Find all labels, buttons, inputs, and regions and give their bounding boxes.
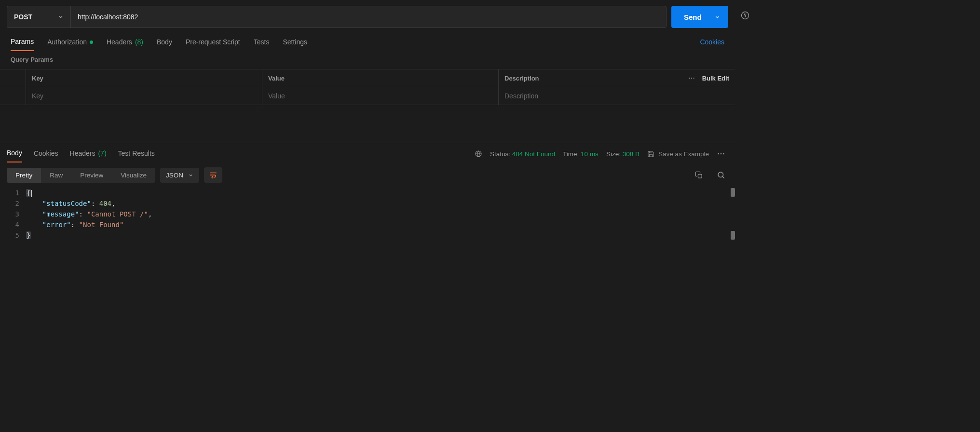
tab-test-results[interactable]: Test Results (118, 146, 155, 162)
cookies-link[interactable]: Cookies (700, 35, 724, 51)
send-button[interactable]: Send (671, 6, 728, 28)
view-pretty[interactable]: Pretty (7, 168, 41, 183)
copy-icon[interactable] (695, 171, 703, 179)
cursor (31, 190, 32, 197)
bulk-edit-link[interactable]: Bulk Edit (702, 75, 729, 82)
line-number: 3 (7, 209, 26, 219)
size-value: 308 B (623, 150, 640, 158)
line-wrap-button[interactable] (204, 167, 222, 183)
more-icon[interactable] (717, 149, 725, 158)
view-raw[interactable]: Raw (41, 168, 71, 183)
tab-response-cookies[interactable]: Cookies (34, 146, 58, 162)
tab-params[interactable]: Params (11, 35, 34, 51)
value-column-header: Value (262, 69, 499, 87)
view-mode-segment: Pretty Raw Preview Visualize (7, 168, 155, 183)
tab-response-body[interactable]: Body (7, 145, 22, 162)
svg-point-0 (689, 78, 690, 79)
globe-icon[interactable] (475, 150, 482, 158)
svg-point-2 (693, 78, 694, 79)
headers-count: (8) (135, 38, 143, 46)
response-body-toolbar: Pretty Raw Preview Visualize JSON (0, 162, 735, 188)
tab-body[interactable]: Body (157, 35, 172, 51)
table-row (0, 87, 735, 105)
save-icon (647, 150, 654, 158)
request-url-bar: POST (7, 6, 667, 28)
line-number: 2 (7, 198, 26, 209)
query-params-table: Key Value Description Bulk Edit (0, 69, 735, 105)
scrollbar-thumb[interactable] (731, 188, 735, 197)
query-params-heading: Query Params (0, 51, 735, 69)
chevron-down-icon (58, 14, 64, 20)
param-description-input[interactable] (499, 87, 735, 105)
chevron-down-icon (714, 14, 721, 20)
checkbox-column-header (0, 69, 26, 87)
right-rail (735, 0, 755, 245)
line-number: 5 (7, 230, 26, 241)
chevron-down-icon (188, 173, 193, 178)
description-column-header: Description Bulk Edit (499, 69, 735, 87)
size-block: Size: 308 B (606, 150, 640, 158)
tab-settings[interactable]: Settings (283, 35, 307, 51)
tab-response-headers[interactable]: Headers (7) (70, 146, 107, 162)
svg-line-10 (722, 176, 724, 178)
http-method-select[interactable]: POST (7, 6, 71, 27)
svg-point-9 (718, 172, 723, 177)
save-as-example[interactable]: Save as Example (647, 150, 709, 158)
scrollbar-thumb[interactable] (731, 231, 735, 240)
tab-tests[interactable]: Tests (254, 35, 270, 51)
response-headers-count: (7) (98, 149, 106, 157)
send-button-label: Send (684, 13, 702, 21)
format-select[interactable]: JSON (160, 168, 199, 183)
tab-authorization[interactable]: Authorization (47, 35, 93, 51)
response-tabs: Body Cookies Headers (7) Test Results St… (0, 143, 735, 162)
status-value: 404 Not Found (512, 150, 555, 158)
key-column-header: Key (26, 69, 262, 87)
http-method-value: POST (14, 13, 32, 21)
status-dot-icon (90, 40, 93, 44)
svg-point-1 (691, 78, 692, 79)
param-value-input[interactable] (262, 87, 498, 105)
param-key-input[interactable] (26, 87, 262, 105)
lightbulb-icon[interactable] (740, 11, 750, 245)
tab-headers[interactable]: Headers (8) (107, 35, 143, 51)
svg-rect-8 (698, 174, 702, 178)
svg-point-4 (718, 153, 719, 155)
response-body-viewer[interactable]: 1 { 2 "statusCode": 404, 3 "message": "C… (0, 188, 735, 245)
line-number: 1 (7, 188, 26, 198)
view-visualize[interactable]: Visualize (112, 168, 155, 183)
view-preview[interactable]: Preview (71, 168, 112, 183)
search-icon[interactable] (717, 171, 725, 179)
svg-point-11 (742, 12, 749, 19)
tab-prerequest[interactable]: Pre-request Script (186, 35, 240, 51)
more-icon[interactable] (688, 74, 695, 82)
svg-point-6 (723, 153, 724, 155)
line-number: 4 (7, 219, 26, 230)
request-tabs: Params Authorization Headers (8) Body Pr… (0, 33, 735, 51)
status-block: Status: 404 Not Found (490, 150, 555, 158)
time-value: 10 ms (581, 150, 599, 158)
url-input[interactable] (71, 6, 666, 27)
time-block: Time: 10 ms (563, 150, 599, 158)
svg-point-5 (721, 153, 722, 155)
